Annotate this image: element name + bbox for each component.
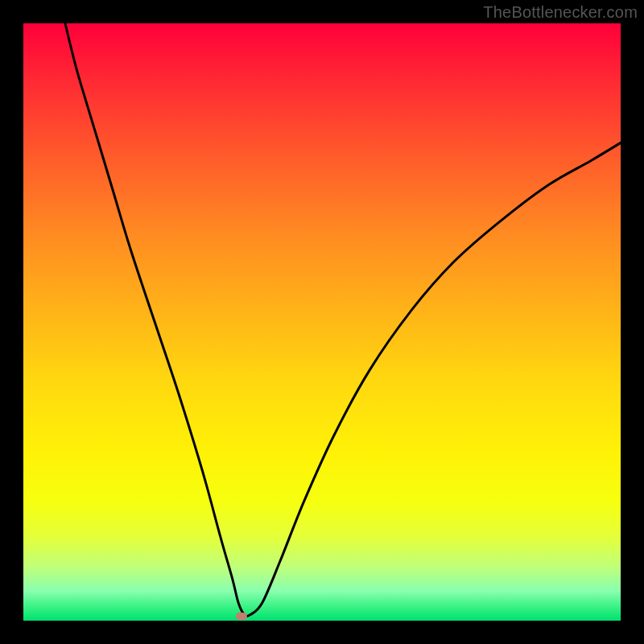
chart-frame: TheBottlenecker.com (0, 0, 644, 644)
watermark-text: TheBottlenecker.com (483, 3, 638, 22)
plot-area (23, 23, 621, 621)
curve-path (65, 23, 621, 616)
curve-svg (23, 23, 621, 621)
result-marker (236, 613, 247, 620)
